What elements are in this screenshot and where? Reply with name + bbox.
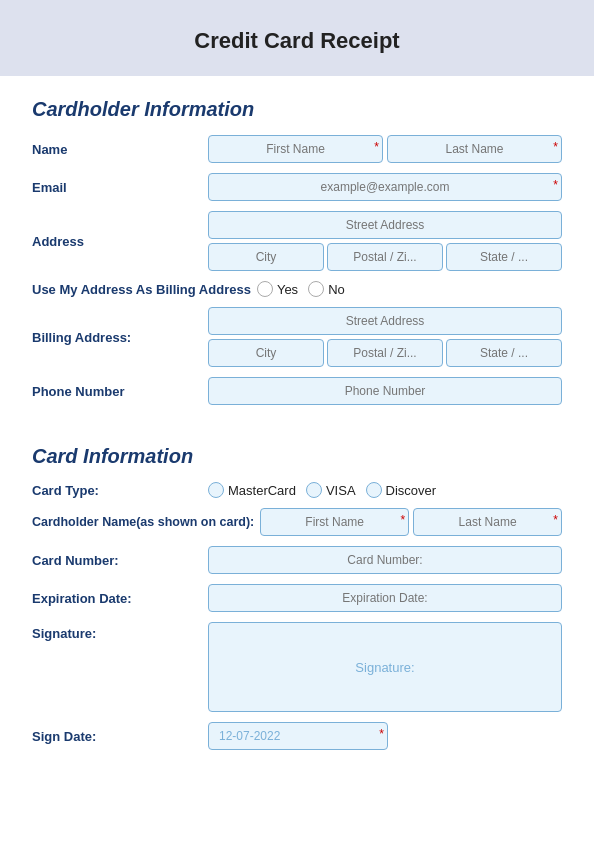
card-section-title: Card Information — [32, 445, 562, 468]
postal-input[interactable] — [327, 243, 443, 271]
billing-toggle-label: Use My Address As Billing Address — [32, 282, 251, 297]
discover-label: Discover — [386, 483, 437, 498]
last-name-wrap: * — [387, 135, 562, 163]
sign-date-wrap: * — [208, 722, 388, 750]
email-input[interactable] — [208, 173, 562, 201]
expiration-wrap — [208, 584, 562, 612]
visa-option[interactable]: VISA — [306, 482, 356, 498]
header: Credit Card Receipt — [0, 0, 594, 76]
card-number-input[interactable] — [208, 546, 562, 574]
mastercard-option[interactable]: MasterCard — [208, 482, 296, 498]
card-first-name-wrap: * — [260, 508, 409, 536]
expiration-label: Expiration Date: — [32, 591, 202, 606]
state-input[interactable] — [446, 243, 562, 271]
signature-label: Signature: — [32, 622, 202, 641]
card-last-name-wrap: * — [413, 508, 562, 536]
phone-label: Phone Number — [32, 384, 202, 399]
expiration-input[interactable] — [208, 584, 562, 612]
email-label: Email — [32, 180, 202, 195]
expiration-row: Expiration Date: — [32, 584, 562, 612]
billing-city-wrap — [208, 339, 324, 367]
address-row: Address — [32, 211, 562, 271]
billing-toggle-row: Use My Address As Billing Address Yes No — [32, 281, 562, 297]
form-content: Cardholder Information Name * * Email * — [0, 76, 594, 784]
discover-option[interactable]: Discover — [366, 482, 437, 498]
billing-address-fields — [208, 307, 562, 367]
billing-radio-group: Yes No — [257, 281, 345, 297]
no-label: No — [328, 282, 345, 297]
card-last-name-input[interactable] — [413, 508, 562, 536]
city-wrap — [208, 243, 324, 271]
address-sub-row — [208, 243, 562, 271]
first-name-input[interactable] — [208, 135, 383, 163]
card-type-options: MasterCard VISA Discover — [208, 482, 436, 498]
visa-radio — [306, 482, 322, 498]
name-row: Name * * — [32, 135, 562, 163]
signature-field[interactable]: Signature: — [208, 622, 562, 712]
card-number-wrap — [208, 546, 562, 574]
billing-street-input[interactable] — [208, 307, 562, 335]
card-type-row: Card Type: MasterCard VISA Discover — [32, 482, 562, 498]
address-label: Address — [32, 234, 202, 249]
billing-city-input[interactable] — [208, 339, 324, 367]
sign-date-label: Sign Date: — [32, 729, 202, 744]
mastercard-radio — [208, 482, 224, 498]
no-option[interactable]: No — [308, 281, 345, 297]
page: Credit Card Receipt Cardholder Informati… — [0, 0, 594, 841]
card-number-row: Card Number: — [32, 546, 562, 574]
card-first-name-input[interactable] — [260, 508, 409, 536]
billing-address-label: Billing Address: — [32, 330, 202, 345]
yes-radio-circle — [257, 281, 273, 297]
email-row: Email * — [32, 173, 562, 201]
billing-sub-row — [208, 339, 562, 367]
cardholder-name-label: Cardholder Name(as shown on card): — [32, 515, 254, 529]
street-address-input[interactable] — [208, 211, 562, 239]
billing-address-row: Billing Address: — [32, 307, 562, 367]
discover-radio — [366, 482, 382, 498]
city-input[interactable] — [208, 243, 324, 271]
yes-option[interactable]: Yes — [257, 281, 298, 297]
visa-label: VISA — [326, 483, 356, 498]
postal-wrap — [327, 243, 443, 271]
page-title: Credit Card Receipt — [0, 28, 594, 54]
first-name-wrap: * — [208, 135, 383, 163]
billing-postal-wrap — [327, 339, 443, 367]
sign-date-input[interactable] — [208, 722, 388, 750]
signature-placeholder: Signature: — [355, 660, 414, 675]
mastercard-label: MasterCard — [228, 483, 296, 498]
card-number-label: Card Number: — [32, 553, 202, 568]
billing-state-input[interactable] — [446, 339, 562, 367]
billing-state-wrap — [446, 339, 562, 367]
yes-label: Yes — [277, 282, 298, 297]
section-gap — [32, 415, 562, 445]
signature-row: Signature: Signature: — [32, 622, 562, 712]
billing-postal-input[interactable] — [327, 339, 443, 367]
cardholder-name-row: Cardholder Name(as shown on card): * * — [32, 508, 562, 536]
no-radio-circle — [308, 281, 324, 297]
address-fields — [208, 211, 562, 271]
phone-row: Phone Number — [32, 377, 562, 405]
card-type-label: Card Type: — [32, 483, 202, 498]
sign-date-row: Sign Date: * — [32, 722, 562, 750]
phone-wrap — [208, 377, 562, 405]
last-name-input[interactable] — [387, 135, 562, 163]
email-wrap: * — [208, 173, 562, 201]
cardholder-section-title: Cardholder Information — [32, 98, 562, 121]
name-label: Name — [32, 142, 202, 157]
phone-input[interactable] — [208, 377, 562, 405]
state-wrap — [446, 243, 562, 271]
